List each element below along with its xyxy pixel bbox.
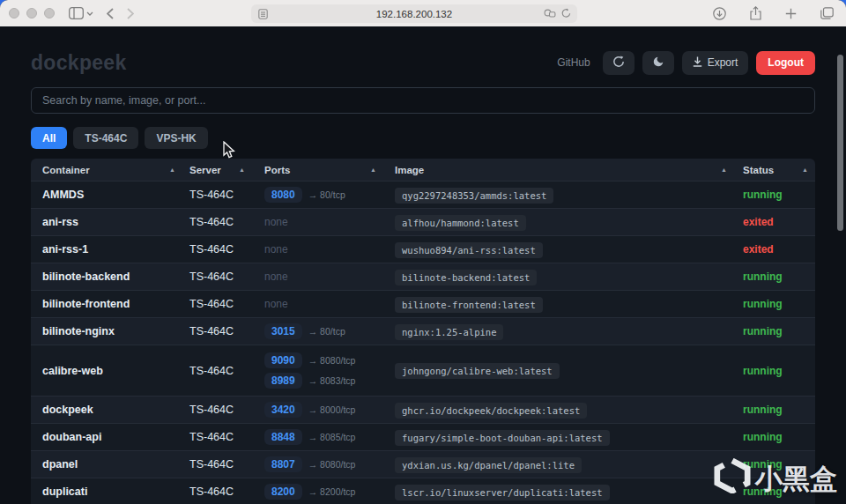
sort-asc-icon: ▲ [239,167,245,173]
table-row: duplicati TS-464C 8200→ 8200/tcp lscr.io… [31,478,815,504]
table-row: ani-rss TS-464C none alfhou/hammond:late… [31,208,815,235]
search-input[interactable] [31,87,815,114]
image-badge: ydxian.us.kg/dpanel/dpanel:lite [395,457,582,473]
port-link[interactable]: 8080 [264,187,302,203]
port-link[interactable]: 8848 [264,429,302,445]
server-name: TS-464C [181,458,256,471]
column-header-status[interactable]: Status ▲ [736,165,815,175]
container-name: ani-rss-1 [31,243,181,256]
ports-cell: 8080→ 80/tcp [256,187,385,203]
column-header-container[interactable]: Container ▲ [31,165,181,175]
port-link[interactable]: 8989 [264,373,302,389]
url-text[interactable]: 192.168.200.132 [376,9,452,19]
image-badge: bilinote-frontend:latest [395,297,543,313]
table-row: ani-rss-1 TS-464C none wushuo894/ani-rss… [31,235,815,263]
ports-cell: 3015→ 80/tcp [256,323,385,339]
port-link[interactable]: 8200 [264,484,302,500]
image-cell: wushuo894/ani-rss:latest [385,241,736,258]
port-target-label: → 8085/tcp [308,432,356,442]
tab-all[interactable]: All [31,127,67,149]
server-name: TS-464C [181,189,256,201]
image-cell: nginx:1.25-alpine [385,323,736,340]
theme-toggle-button[interactable] [642,51,674,75]
status-badge: exited [736,243,815,256]
port-mapping: 9090→ 8080/tcp [264,352,376,368]
container-name: dpanel [31,458,181,471]
address-bar[interactable]: 192.168.200.132 [251,4,577,23]
back-icon[interactable] [107,8,114,19]
image-badge: fugary/simple-boot-douban-api:latest [395,430,610,446]
sort-asc-icon: ▲ [721,167,727,173]
reload-icon[interactable] [561,8,571,20]
no-ports-label: none [264,298,376,310]
downloads-icon[interactable] [713,7,726,20]
share-icon[interactable] [750,6,761,20]
page-settings-icon[interactable] [258,9,268,19]
server-name: TS-464C [181,243,256,256]
ports-cell: none [256,243,385,256]
minimize-window-button[interactable] [26,8,37,19]
moon-icon [652,56,664,70]
sidebar-toggle-icon[interactable] [69,7,93,19]
port-target-label: → 8083/tcp [308,375,356,386]
server-filter-tabs: All TS-464C VPS-HK [31,127,815,149]
ports-cell: none [256,298,385,310]
port-link[interactable]: 3420 [264,402,302,418]
close-window-button[interactable] [9,8,19,19]
image-badge: wushuo894/ani-rss:latest [395,242,543,258]
column-header-server[interactable]: Server ▲ [181,165,256,175]
watermark-logo-icon [714,458,751,500]
image-cell: fugary/simple-boot-douban-api:latest [385,429,736,446]
image-cell: bilinote-frontend:latest [385,296,736,313]
port-link[interactable]: 9090 [264,352,302,368]
no-ports-label: none [264,216,376,228]
image-cell: lscr.io/linuxserver/duplicati:latest [385,484,736,500]
no-ports-label: none [264,243,376,256]
container-name: calibre-web [31,365,181,377]
containers-table: Container ▲ Server ▲ Ports ▲ Image ▲ Sta… [31,159,815,504]
port-mapping: 8807→ 8080/tcp [264,456,376,472]
column-header-image[interactable]: Image ▲ [385,165,736,175]
status-badge: running [736,431,815,443]
status-badge: running [736,404,815,416]
status-badge: exited [736,216,815,228]
table-row: bilinote-frontend TS-464C none bilinote-… [31,290,815,317]
image-badge: qyg2297248353/ammds:latest [395,188,553,204]
scrollbar-thumb[interactable] [837,55,843,231]
github-link[interactable]: GitHub [557,56,590,69]
port-target-label: → 8080/tcp [308,355,356,366]
container-name: ani-rss [31,216,181,228]
port-link[interactable]: 8807 [264,456,302,472]
container-name: duplicati [31,485,181,498]
port-mapping: 3015→ 80/tcp [264,323,376,339]
watermark-text: 小黑盒 [755,461,837,498]
new-tab-icon[interactable] [785,8,797,19]
ports-cell: 8200→ 8200/tcp [256,484,385,500]
server-name: TS-464C [181,298,256,310]
status-badge: running [736,365,815,377]
table-row: dpanel TS-464C 8807→ 8080/tcp ydxian.us.… [31,450,815,478]
table-row: dockpeek TS-464C 3420→ 8000/tcp ghcr.io/… [31,396,815,423]
refresh-icon [612,56,625,70]
server-name: TS-464C [181,485,256,498]
column-header-ports[interactable]: Ports ▲ [256,165,385,175]
tab-ts-464c[interactable]: TS-464C [73,127,138,149]
table-row: calibre-web TS-464C 9090→ 8080/tcp8989→ … [31,345,815,396]
export-label: Export [708,56,738,69]
image-cell: ghcr.io/dockpeek/dockpeek:latest [385,402,736,419]
dockpeek-page: dockpeek GitHub [0,26,846,504]
server-name: TS-464C [181,216,256,228]
forward-icon [127,8,134,19]
status-badge: running [736,298,815,310]
refresh-button[interactable] [603,51,634,75]
tab-overview-icon[interactable] [820,7,834,19]
zoom-window-button[interactable] [44,8,55,19]
export-button[interactable]: Export [682,51,749,75]
logout-button[interactable]: Logout [756,51,815,75]
container-name: AMMDS [31,189,181,201]
port-link[interactable]: 3015 [264,323,302,339]
download-icon [693,56,702,70]
tab-vps-hk[interactable]: VPS-HK [145,127,207,149]
server-name: TS-464C [181,365,256,377]
table-body: AMMDS TS-464C 8080→ 80/tcp qyg2297248353… [31,181,815,504]
